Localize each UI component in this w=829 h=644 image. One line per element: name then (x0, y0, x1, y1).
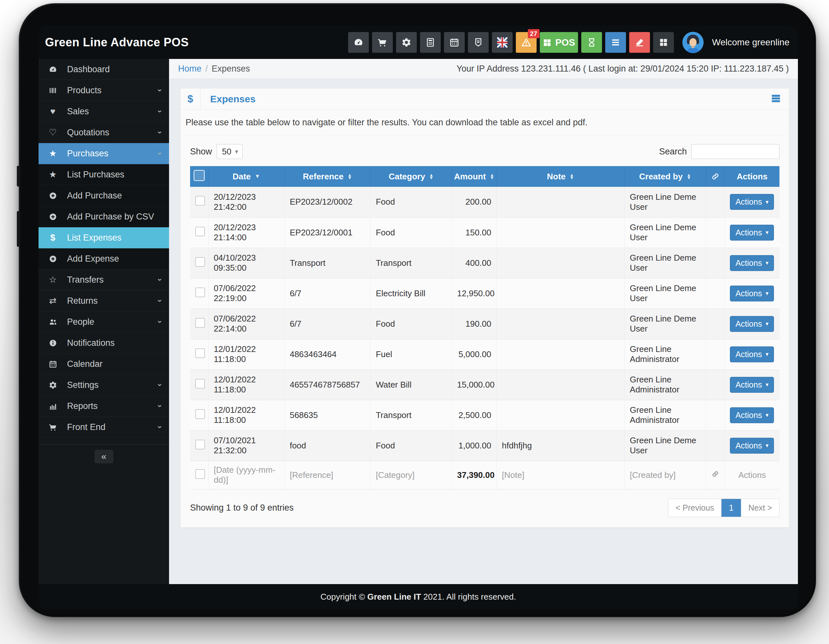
search-input[interactable] (691, 144, 779, 159)
sidebar-item-list-purchases[interactable]: ★ List Purchases (39, 164, 169, 185)
row-checkbox[interactable] (195, 469, 205, 479)
app-body: Dashboard Products › ♥ Sales › ♡ Quotati… (39, 59, 798, 584)
row-actions-button[interactable]: Actions▾ (730, 438, 774, 453)
cell-created-by: Green Line Deme User (624, 187, 706, 217)
sidebar-item-settings[interactable]: Settings › (39, 375, 169, 396)
filter-date[interactable]: [Date (yyyy-mm-dd)] (208, 461, 284, 489)
row-actions-button[interactable]: Actions▾ (730, 194, 774, 210)
column-header-created-by[interactable]: Created by▲▼ (624, 166, 706, 187)
row-actions-button[interactable]: Actions▾ (730, 377, 774, 393)
table-view-icon[interactable] (771, 93, 782, 105)
row-checkbox[interactable] (195, 440, 205, 449)
filter-note[interactable]: [Note] (496, 461, 624, 489)
row-actions-button[interactable]: Actions▾ (730, 255, 774, 271)
sidebar-item-add-expense[interactable]: Add Expense (39, 248, 169, 269)
cell-amount: 12,950.00 (452, 278, 496, 309)
cell-note (496, 248, 624, 278)
sidebar-item-front-end[interactable]: Front End › (39, 417, 169, 438)
page-number-button[interactable]: 1 (721, 499, 741, 517)
users-icon (39, 318, 67, 326)
cell-date: 07/10/2021 21:32:00 (208, 430, 284, 461)
cell-reference: EP2023/12/0001 (284, 217, 370, 248)
filter-created-by[interactable]: [Created by] (624, 461, 706, 489)
cell-note (496, 339, 624, 369)
sidebar-item-returns[interactable]: ⇄ Returns › (39, 290, 169, 312)
cell-date: 07/06/2022 22:19:00 (208, 278, 284, 309)
table-filter-row: [Date (yyyy-mm-dd)] [Reference] [Categor… (190, 461, 779, 489)
cell-reference: 6/7 (284, 309, 370, 339)
previous-page-button[interactable]: < Previous (668, 499, 721, 517)
sidebar-item-products[interactable]: Products › (39, 80, 169, 101)
list-rows-icon[interactable] (605, 32, 626, 53)
sidebar-item-label: Calendar (67, 359, 161, 369)
cell-date: 20/12/2023 21:42:00 (208, 187, 284, 217)
filter-reference[interactable]: [Reference] (284, 461, 370, 489)
sidebar-item-label: Dashboard (67, 65, 161, 74)
sidebar-item-add-purchase[interactable]: Add Purchase (39, 185, 169, 206)
next-page-button[interactable]: Next > (741, 499, 779, 517)
sidebar-item-notifications[interactable]: Notifications (39, 332, 169, 354)
calculator-icon[interactable] (420, 32, 441, 53)
eraser-icon[interactable] (629, 32, 650, 53)
row-actions-button[interactable]: Actions▾ (730, 407, 774, 423)
column-header-note[interactable]: Note▲▼ (496, 166, 624, 187)
page-size-select[interactable]: 50 ▾ (217, 144, 243, 159)
pos-button[interactable]: POS (540, 32, 578, 53)
row-checkbox[interactable] (195, 409, 205, 419)
star-outline-icon: ☆ (39, 275, 67, 285)
sidebar-item-reports[interactable]: Reports › (39, 396, 169, 417)
content-area: $ Expenses Please use the table below to… (169, 79, 798, 528)
dashboard-gauge-icon[interactable] (348, 32, 369, 53)
calendar-icon[interactable] (444, 32, 465, 53)
uk-flag-icon[interactable] (492, 32, 512, 53)
row-checkbox[interactable] (195, 379, 205, 389)
tablet-volume-button (17, 166, 19, 186)
row-checkbox[interactable] (195, 257, 205, 267)
sidebar-collapse-button[interactable]: « (95, 450, 113, 463)
cogs-icon[interactable] (396, 32, 417, 53)
cart-icon (39, 423, 67, 431)
column-header-attachment (706, 166, 724, 187)
sidebar-item-calendar[interactable]: Calendar (39, 354, 169, 375)
hourglass-icon[interactable] (581, 32, 602, 53)
table-row: 07/10/2021 21:32:00 food Food 1,000.00 h… (190, 430, 779, 461)
select-all-checkbox[interactable] (194, 170, 205, 181)
cell-category: Food (370, 187, 452, 217)
cell-note (496, 309, 624, 339)
sidebar-item-people[interactable]: People › (39, 312, 169, 332)
sidebar-item-transfers[interactable]: ☆ Transfers › (39, 269, 169, 290)
row-actions-button[interactable]: Actions▾ (730, 286, 774, 301)
app-grid-icon[interactable] (653, 32, 674, 53)
column-header-category[interactable]: Category▲▼ (370, 166, 452, 187)
shopping-cart-icon[interactable] (372, 32, 393, 53)
sidebar-item-list-expenses[interactable]: $ List Expenses (39, 227, 169, 248)
sidebar-item-sales[interactable]: ♥ Sales › (39, 101, 169, 122)
document-shield-icon[interactable] (468, 32, 489, 53)
user-avatar[interactable] (682, 32, 704, 53)
row-checkbox[interactable] (195, 196, 205, 206)
header-toolbar: 27 POS (348, 32, 790, 53)
row-actions-button[interactable]: Actions▾ (730, 225, 774, 241)
expenses-panel: $ Expenses Please use the table below to… (180, 88, 790, 528)
row-checkbox[interactable] (195, 348, 205, 358)
sidebar-item-add-purchase-csv[interactable]: Add Purchase by CSV (39, 206, 169, 227)
column-header-reference[interactable]: Reference▲▼ (284, 166, 370, 187)
row-checkbox[interactable] (195, 288, 205, 297)
select-all-header[interactable] (190, 166, 208, 187)
sidebar-item-purchases[interactable]: ★ Purchases › (39, 143, 169, 164)
row-actions-button[interactable]: Actions▾ (730, 346, 774, 362)
column-header-amount[interactable]: Amount▲▼ (452, 166, 496, 187)
sidebar-item-quotations[interactable]: ♡ Quotations › (39, 122, 169, 143)
row-checkbox[interactable] (195, 318, 205, 328)
sort-icon: ▲▼ (347, 173, 352, 179)
sidebar-item-dashboard[interactable]: Dashboard (39, 59, 169, 80)
cell-amount: 1,000.00 (452, 430, 496, 461)
caret-down-icon: ▾ (766, 290, 768, 297)
row-checkbox[interactable] (195, 227, 205, 236)
breadcrumb-home-link[interactable]: Home (178, 64, 202, 74)
warning-triangle-icon[interactable]: 27 (516, 32, 537, 53)
row-actions-button[interactable]: Actions▾ (730, 316, 774, 332)
panel-description: Please use the table below to navigate o… (180, 110, 789, 135)
filter-category[interactable]: [Category] (370, 461, 452, 489)
column-header-date[interactable]: Date▼ (208, 166, 284, 187)
